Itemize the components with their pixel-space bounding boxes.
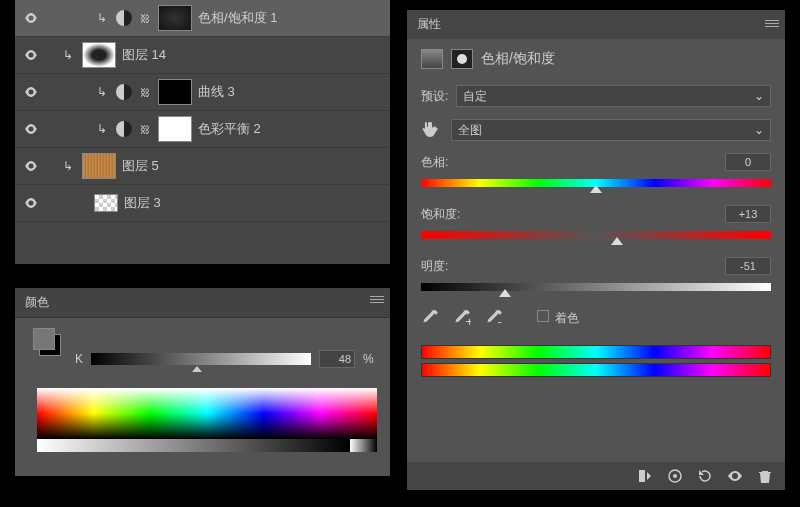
svg-point-4 xyxy=(673,474,677,478)
eyedropper-minus-icon[interactable]: - xyxy=(485,309,503,327)
layers-panel: ↳⛓色相/饱和度 1↳图层 14↳⛓曲线 3↳⛓色彩平衡 2↳图层 5图层 3 xyxy=(15,0,390,264)
adjustment-icon xyxy=(116,121,132,137)
layer-thumb[interactable] xyxy=(82,42,116,68)
layer-row[interactable]: ↳图层 14 xyxy=(15,37,390,74)
visibility-icon[interactable] xyxy=(19,6,43,30)
clip-indicator-icon: ↳ xyxy=(60,48,76,62)
k-slider[interactable] xyxy=(91,353,311,365)
lightness-label: 明度: xyxy=(421,258,448,275)
saturation-value[interactable]: +13 xyxy=(725,205,771,223)
hue-slider[interactable] xyxy=(421,179,771,189)
clip-icon[interactable] xyxy=(637,468,653,484)
layer-thumb[interactable] xyxy=(94,194,118,212)
layer-row[interactable]: ↳图层 5 xyxy=(15,148,390,185)
link-icon[interactable]: ⛓ xyxy=(138,124,152,135)
saturation-slider[interactable] xyxy=(421,231,771,241)
layer-thumb[interactable] xyxy=(158,116,192,142)
link-icon[interactable]: ⛓ xyxy=(138,87,152,98)
properties-title[interactable]: 属性 xyxy=(407,10,785,39)
layer-name[interactable]: 曲线 3 xyxy=(198,83,235,101)
visibility-icon[interactable] xyxy=(19,154,43,178)
trash-icon[interactable] xyxy=(757,468,773,484)
layer-thumb[interactable] xyxy=(158,79,192,105)
colorize-checkbox[interactable]: 着色 xyxy=(537,310,579,327)
layer-row[interactable]: ↳⛓色彩平衡 2 xyxy=(15,111,390,148)
eyedropper-icon[interactable] xyxy=(421,309,439,327)
k-unit: % xyxy=(363,352,374,366)
panel-menu-icon[interactable] xyxy=(370,294,384,304)
layer-thumb[interactable] xyxy=(158,5,192,31)
chevron-down-icon: ⌄ xyxy=(754,89,764,103)
chevron-down-icon: ⌄ xyxy=(754,123,764,137)
clip-indicator-icon: ↳ xyxy=(94,11,110,25)
svg-rect-2 xyxy=(639,470,645,482)
hue-label: 色相: xyxy=(421,154,448,171)
adjustment-icon xyxy=(116,10,132,26)
lightness-slider[interactable] xyxy=(421,283,771,293)
layer-name[interactable]: 色相/饱和度 1 xyxy=(198,9,277,27)
saturation-label: 饱和度: xyxy=(421,206,460,223)
preset-label: 预设: xyxy=(421,88,448,105)
visibility-icon[interactable] xyxy=(19,191,43,215)
layer-name[interactable]: 图层 14 xyxy=(122,46,166,64)
k-value[interactable]: 48 xyxy=(319,350,355,368)
lightness-value[interactable]: -51 xyxy=(725,257,771,275)
reset-icon[interactable] xyxy=(697,468,713,484)
adjustment-icon xyxy=(421,49,443,69)
layer-row[interactable]: ↳⛓曲线 3 xyxy=(15,74,390,111)
visibility-icon[interactable] xyxy=(19,43,43,67)
visibility-icon[interactable] xyxy=(19,117,43,141)
clip-indicator-icon: ↳ xyxy=(60,159,76,173)
hue-spectrum-bottom xyxy=(421,363,771,377)
eyedropper-plus-icon[interactable]: + xyxy=(453,309,471,327)
foreground-swatch[interactable] xyxy=(33,328,55,350)
k-label: K xyxy=(75,352,83,366)
layer-name[interactable]: 图层 3 xyxy=(124,194,161,212)
svg-text:+: + xyxy=(465,314,471,327)
spectrum-picker[interactable] xyxy=(37,388,377,452)
adjustment-icon xyxy=(116,84,132,100)
link-icon[interactable]: ⛓ xyxy=(138,13,152,24)
eye-icon[interactable] xyxy=(727,468,743,484)
clip-indicator-icon: ↳ xyxy=(94,85,110,99)
svg-text:-: - xyxy=(497,314,502,327)
layer-row[interactable]: ↳⛓色相/饱和度 1 xyxy=(15,0,390,37)
layer-name[interactable]: 图层 5 xyxy=(122,157,159,175)
layer-row[interactable]: 图层 3 xyxy=(15,185,390,222)
clip-indicator-icon: ↳ xyxy=(94,122,110,136)
previous-icon[interactable] xyxy=(667,468,683,484)
panel-menu-icon[interactable] xyxy=(765,18,779,28)
layer-thumb[interactable] xyxy=(82,153,116,179)
preset-select[interactable]: 自定⌄ xyxy=(456,85,771,107)
color-panel-title[interactable]: 颜色 xyxy=(15,288,390,318)
properties-panel: 属性 色相/饱和度 预设: 自定⌄ 全图⌄ 色相:0 饱和度:+13 明度:-5… xyxy=(407,10,785,490)
visibility-icon[interactable] xyxy=(19,80,43,104)
range-select[interactable]: 全图⌄ xyxy=(451,119,771,141)
layer-name[interactable]: 色彩平衡 2 xyxy=(198,120,261,138)
mask-icon[interactable] xyxy=(451,49,473,69)
hue-spectrum-top xyxy=(421,345,771,359)
hue-value[interactable]: 0 xyxy=(725,153,771,171)
color-panel: 颜色 K 48 % xyxy=(15,288,390,476)
scrubby-icon[interactable] xyxy=(421,120,441,140)
properties-footer xyxy=(407,462,785,490)
adjustment-name: 色相/饱和度 xyxy=(481,50,555,68)
